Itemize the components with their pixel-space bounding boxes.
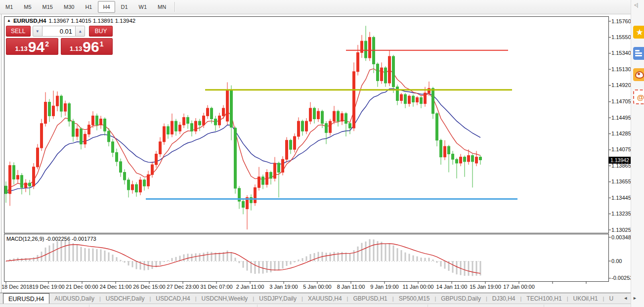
price-tick-label: 1.14495 bbox=[611, 115, 631, 121]
date-tick-label: 18 Dec 2018 bbox=[1, 284, 32, 290]
tab-gbpusd-daily[interactable]: GBPUSD,Daily bbox=[436, 293, 486, 304]
tab-dj30-h4[interactable]: DJ30,H4 bbox=[487, 293, 520, 304]
timeframe-button-m30[interactable]: M30 bbox=[59, 1, 79, 13]
date-tick-label: 31 Dec 07:00 bbox=[200, 284, 232, 290]
status-divider bbox=[428, 305, 428, 307]
date-tick-label: 15 Jan 19:00 bbox=[470, 284, 501, 290]
news-line bbox=[635, 50, 640, 51]
date-tick-label: 17 Jan 00:00 bbox=[503, 284, 535, 290]
price-tick-label: 1.13235 bbox=[611, 211, 631, 217]
chart-title: ▲ EURUSD,H4 1.13967 1.14015 1.13891 1.13… bbox=[7, 18, 135, 24]
price-tick-label: 1.13445 bbox=[611, 195, 631, 201]
date-tick-label: 5 Jan 00:00 bbox=[303, 284, 332, 290]
date-tick-label: 11 Jan 00:00 bbox=[403, 284, 434, 290]
price-tick-label: 1.13025 bbox=[611, 227, 631, 233]
one-click-trade-panel: SELL ▼ 0.01 ▲ BUY 1.13 94 2 1.13 96 1 bbox=[6, 26, 113, 55]
tab-xauusd-h4[interactable]: XAUUSD,H4 bbox=[303, 293, 347, 304]
price-tick-label: 1.13655 bbox=[611, 178, 631, 184]
date-tick-label: 2 Jan 11:00 bbox=[236, 284, 264, 290]
price-tick-label: 1.14285 bbox=[611, 131, 631, 136]
news-icon[interactable] bbox=[633, 47, 644, 60]
bid-pip-digit: 2 bbox=[45, 41, 49, 47]
tab-audusd-daily[interactable]: AUDUSD,Daily bbox=[49, 293, 99, 304]
bid-prefix: 1.13 bbox=[15, 45, 28, 52]
tab-scroll-arrows: ◄ ► bbox=[623, 293, 637, 304]
date-tick-label: 19 Dec 19:00 bbox=[32, 284, 64, 290]
ask-big-digits: 96 bbox=[83, 40, 99, 53]
price-tick-label: 1.15760 bbox=[611, 18, 631, 24]
price-tick-label: 1.13865 bbox=[611, 163, 631, 169]
volume-increase-button[interactable]: ▲ bbox=[75, 26, 85, 37]
at-glyph: @ bbox=[637, 93, 644, 101]
price-tick-label: 1.15130 bbox=[611, 66, 631, 72]
tab-tech100-h1[interactable]: TECH100,H1 bbox=[521, 293, 566, 304]
symbol-title: EURUSD,H4 bbox=[13, 18, 46, 24]
tab-scroll-right-icon[interactable]: ► bbox=[633, 296, 637, 301]
date-tick-label: 14 Jan 11:00 bbox=[436, 284, 468, 290]
weibo-icon[interactable] bbox=[633, 68, 644, 81]
tab-usdchf-daily[interactable]: USDCHF,Daily bbox=[101, 293, 150, 304]
ime-indicator: <| bbox=[634, 2, 638, 8]
date-tick-label: 27 Dec 23:00 bbox=[167, 284, 199, 290]
timeframe-button-w1[interactable]: W1 bbox=[134, 1, 152, 13]
window-left-border bbox=[1, 14, 1, 304]
date-tick-label: 21 Dec 00:00 bbox=[66, 284, 98, 290]
symbol-tabbar: EURUSD,H4AUDUSD,Daily|USDCHF,Daily|USDCA… bbox=[0, 293, 631, 304]
volume-input[interactable]: 0.01 bbox=[43, 26, 75, 37]
news-line bbox=[635, 52, 642, 54]
bid-big-digits: 94 bbox=[28, 40, 44, 53]
timeframe-button-m1[interactable]: M1 bbox=[0, 1, 18, 13]
price-tick-label: 1.15550 bbox=[611, 34, 631, 40]
tab-ukoil-h1[interactable]: UKOil,H1 bbox=[568, 293, 603, 304]
date-tick-label: 3 Jan 19:00 bbox=[269, 284, 298, 290]
tab-gbpusd-h1[interactable]: GBPUSD,H1 bbox=[348, 293, 392, 304]
date-tick-label: 8 Jan 11:00 bbox=[337, 284, 365, 290]
timeframe-button-m15[interactable]: M15 bbox=[38, 1, 58, 13]
star-icon[interactable]: ★ bbox=[633, 26, 644, 39]
timeframe-button-m5[interactable]: M5 bbox=[19, 1, 36, 13]
date-tick-label: 24 Dec 11:00 bbox=[100, 284, 132, 290]
tab-sp500-m15[interactable]: SP500,M15 bbox=[394, 293, 435, 304]
macd-tick-label: 0.00 bbox=[611, 258, 622, 264]
current-price-badge: 1.13942 bbox=[608, 157, 631, 164]
timeframe-button-h1[interactable]: H1 bbox=[80, 1, 97, 13]
status-divider bbox=[257, 305, 258, 307]
status-divider bbox=[89, 305, 89, 307]
price-tick-label: 1.14075 bbox=[611, 146, 631, 152]
tab-eurusd-h4[interactable]: EURUSD,H4 bbox=[3, 293, 49, 304]
timeframe-button-h4[interactable]: H4 bbox=[98, 1, 115, 13]
tab-usdcad-h4[interactable]: USDCAD,H4 bbox=[151, 293, 195, 304]
price-tick-label: 1.14920 bbox=[611, 82, 631, 88]
tab-usdcnh-weekly[interactable]: USDCNH,Weekly bbox=[197, 293, 253, 304]
tab-usdjpy-daily[interactable]: USDJPY,Daily bbox=[254, 293, 301, 304]
timeframe-button-d1[interactable]: D1 bbox=[116, 1, 133, 13]
mt4-trading-screen: { "toolbar": { "timeframes": ["M1","M5",… bbox=[0, 0, 644, 307]
status-bar bbox=[0, 304, 631, 307]
ask-quote-button[interactable]: 1.13 96 1 bbox=[61, 38, 113, 55]
date-tick-label: 26 Dec 15:00 bbox=[133, 284, 165, 290]
macd-indicator-label: MACD(12,26,9) -0.002256 -0.001773 bbox=[6, 236, 96, 242]
news-line bbox=[635, 55, 642, 56]
bid-quote-button[interactable]: 1.13 94 2 bbox=[6, 38, 58, 55]
desktop-strip: <| ★ @ bbox=[631, 0, 644, 307]
sell-button[interactable]: SELL bbox=[6, 26, 31, 37]
toolbar-separator bbox=[174, 2, 175, 12]
tab-u[interactable]: U bbox=[604, 293, 618, 304]
date-tick-label: 9 Jan 19:00 bbox=[370, 284, 399, 290]
ask-pip-digit: 1 bbox=[100, 41, 104, 47]
collapse-triangle-icon[interactable]: ▲ bbox=[7, 18, 11, 23]
macd-tick-label: -0.00253 bbox=[611, 275, 633, 281]
price-tick-label: 1.14705 bbox=[611, 98, 631, 104]
mention-icon[interactable]: @ bbox=[633, 89, 644, 104]
timeframe-button-mn[interactable]: MN bbox=[153, 1, 171, 13]
weibo-eye bbox=[635, 71, 644, 79]
volume-decrease-button[interactable]: ▼ bbox=[33, 26, 43, 37]
star-glyph: ★ bbox=[636, 28, 643, 37]
status-divider bbox=[544, 305, 544, 307]
timeframe-toolbar: M1M5M15M30H1H4D1W1MN bbox=[0, 0, 633, 14]
ask-prefix: 1.13 bbox=[70, 45, 82, 52]
tab-scroll-left-icon[interactable]: ◄ bbox=[623, 296, 628, 301]
price-tick-label: 1.15340 bbox=[611, 50, 631, 56]
ohlc-values: 1.13967 1.14015 1.13891 1.13942 bbox=[48, 18, 135, 24]
buy-button[interactable]: BUY bbox=[89, 26, 113, 37]
